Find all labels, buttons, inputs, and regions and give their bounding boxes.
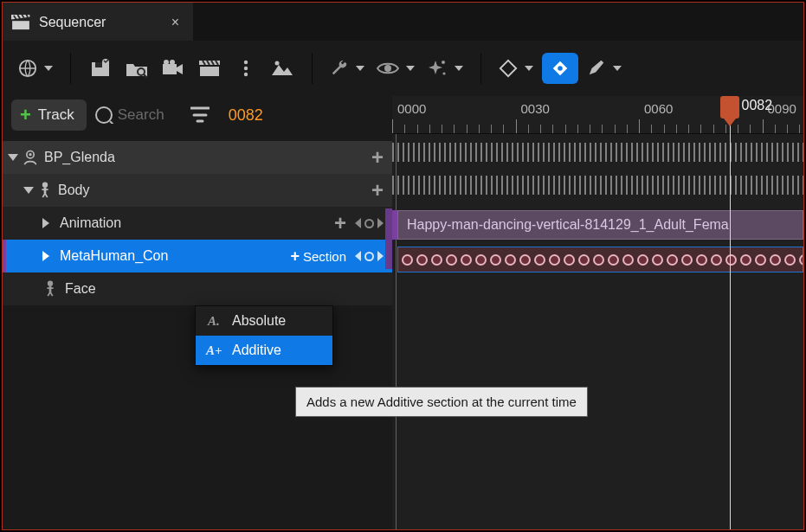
svg-point-24 — [48, 281, 53, 286]
tab-sequencer[interactable]: Sequencer × — [3, 3, 193, 41]
browse-icon[interactable] — [121, 53, 152, 84]
svg-point-8 — [164, 60, 169, 65]
tab-title: Sequencer — [39, 15, 106, 30]
svg-rect-7 — [163, 64, 177, 74]
animation-clip[interactable]: Happy-man-dancing-vertical-814129_1_Adul… — [397, 210, 803, 240]
edit-mode-icon[interactable] — [584, 53, 625, 84]
autokey-button[interactable] — [542, 53, 578, 84]
add-track-button[interactable]: + Track — [11, 99, 87, 131]
more-icon[interactable] — [230, 53, 261, 84]
search-icon — [95, 106, 113, 124]
clapperboard-icon — [11, 15, 30, 30]
svg-point-14 — [244, 73, 248, 76]
clip-label: Happy-man-dancing-vertical-814129_1_Adul… — [407, 217, 729, 233]
keyframe-outline-icon[interactable] — [495, 53, 537, 84]
world-button[interactable] — [15, 53, 56, 84]
track-label: Animation — [60, 215, 334, 231]
svg-rect-0 — [12, 21, 29, 29]
track-row-body[interactable]: Body + — [3, 174, 392, 207]
menu-item-absolute[interactable]: A. Absolute — [196, 306, 332, 336]
track-label: Face — [65, 281, 384, 297]
main-area: + Track Search 0082 BP_Glenda + — [3, 96, 803, 529]
track-button-label: Track — [38, 106, 74, 124]
menu-item-additive[interactable]: A+ Additive — [196, 336, 332, 365]
sparkle-icon[interactable] — [423, 53, 467, 84]
svg-point-16 — [384, 65, 391, 72]
track-row-bp-glenda[interactable]: BP_Glenda + — [3, 141, 392, 174]
playhead-handle[interactable] — [720, 96, 739, 119]
add-child-icon[interactable]: + — [371, 145, 384, 170]
clip-left-edge — [385, 208, 392, 269]
clapper-icon[interactable] — [194, 53, 225, 84]
nav-keys[interactable] — [355, 218, 384, 228]
chevron-down-icon[interactable] — [23, 187, 34, 194]
actor-icon — [22, 149, 39, 166]
svg-point-12 — [244, 61, 248, 64]
timeline[interactable]: 0000003000600090 Happy-man-dancing-verti… — [392, 96, 803, 529]
current-frame[interactable]: 0082 — [229, 106, 263, 125]
track-row-animation[interactable]: Animation + — [3, 207, 392, 240]
absolute-mode-icon: A. — [206, 314, 222, 329]
svg-point-15 — [275, 61, 280, 66]
svg-point-21 — [29, 153, 31, 156]
density-row-2 — [392, 176, 803, 195]
sequencer-window: Sequencer × — [2, 2, 804, 530]
section-type-menu: A. Absolute A+ Additive — [195, 305, 333, 366]
track-label: BP_Glenda — [44, 150, 371, 165]
svg-point-22 — [42, 183, 48, 188]
density-row-1 — [392, 143, 803, 162]
track-controls: + Track Search 0082 — [3, 96, 392, 134]
menu-label: Absolute — [232, 313, 286, 329]
clip-color-handle[interactable] — [392, 210, 397, 240]
save-icon[interactable] — [85, 53, 116, 84]
landscape-icon[interactable] — [267, 53, 298, 84]
playhead[interactable]: 0082 — [730, 96, 731, 529]
filter-icon[interactable] — [190, 106, 210, 124]
svg-point-13 — [244, 67, 248, 70]
tab-close-icon[interactable]: × — [171, 15, 179, 30]
section-label: Section — [303, 249, 346, 264]
add-section-button[interactable]: + Section — [290, 247, 346, 266]
chevron-down-icon[interactable] — [8, 154, 18, 161]
skeleton-icon — [37, 182, 53, 199]
ruler-label: 0060 — [644, 101, 673, 116]
plus-icon: + — [20, 106, 31, 125]
tooltip: Adds a new Additive section at the curre… — [295, 387, 588, 417]
tab-bar: Sequencer × — [3, 3, 803, 41]
add-child-icon[interactable]: + — [334, 211, 346, 235]
svg-rect-4 — [95, 62, 102, 67]
wrench-icon[interactable] — [326, 53, 368, 84]
add-child-icon[interactable]: + — [371, 178, 384, 202]
toolbar — [3, 41, 803, 96]
ruler-label: 0000 — [397, 101, 426, 116]
track-tree: BP_Glenda + Body + Animation + — [3, 134, 392, 305]
skeleton-icon — [42, 280, 58, 298]
track-label: MetaHuman_Con — [60, 248, 283, 264]
control-rig-clip[interactable] — [397, 247, 803, 272]
track-row-face[interactable]: Face — [3, 272, 392, 305]
svg-point-19 — [558, 66, 563, 71]
camera-icon[interactable] — [158, 53, 189, 84]
eye-icon[interactable] — [373, 53, 418, 84]
ruler-label: 0030 — [521, 101, 550, 116]
svg-point-18 — [442, 72, 445, 74]
track-label: Body — [58, 183, 371, 198]
menu-label: Additive — [232, 343, 281, 358]
chevron-right-icon[interactable] — [42, 218, 49, 228]
svg-point-9 — [170, 60, 175, 65]
chevron-right-icon[interactable] — [42, 251, 49, 261]
additive-mode-icon: A+ — [206, 343, 222, 358]
nav-keys[interactable] — [355, 251, 384, 261]
track-row-metahuman-control[interactable]: MetaHuman_Con + Section — [3, 240, 392, 272]
svg-point-17 — [442, 61, 445, 64]
svg-rect-10 — [200, 67, 219, 76]
playhead-frame-label: 0082 — [742, 98, 773, 113]
search-placeholder: Search — [118, 106, 164, 124]
color-bar — [3, 240, 6, 272]
search-input[interactable]: Search — [95, 106, 182, 124]
